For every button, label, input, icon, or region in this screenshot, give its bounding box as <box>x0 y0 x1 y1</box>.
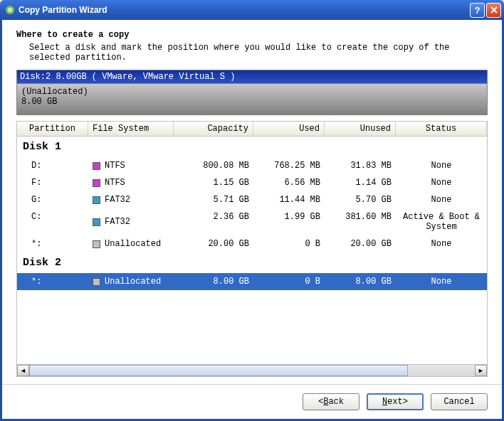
fs-swatch-icon <box>93 218 100 226</box>
col-capacity[interactable]: Capacity <box>174 122 253 136</box>
cell-used: 768.25 MB <box>253 161 325 171</box>
fs-swatch-icon <box>93 196 100 204</box>
cell-status: None <box>396 277 487 287</box>
table-row[interactable]: C:FAT322.36 GB1.99 GB381.60 MBActive & B… <box>17 208 487 235</box>
col-used[interactable]: Used <box>253 122 325 136</box>
cell-unused: 31.83 MB <box>325 161 396 171</box>
disk-graphic-size: 8.00 GB <box>21 97 483 107</box>
cell-unused: 381.60 MB <box>325 212 396 232</box>
table-row[interactable]: D:NTFS800.08 MB768.25 MB31.83 MBNone <box>17 157 487 174</box>
disk-graphic-label: (Unallocated) <box>21 87 483 97</box>
table-row[interactable]: *:Unallocated8.00 GB0 B8.00 GBNone <box>17 273 487 290</box>
cell-used: 0 B <box>253 277 325 287</box>
scroll-track[interactable] <box>29 365 475 376</box>
cell-used: 11.44 MB <box>253 195 325 205</box>
cell-capacity: 8.00 GB <box>174 277 253 287</box>
cell-capacity: 1.15 GB <box>174 178 253 188</box>
cell-filesystem: NTFS <box>88 178 174 188</box>
cell-capacity: 20.00 GB <box>174 239 253 249</box>
fs-swatch-icon <box>93 278 100 286</box>
window-title: Copy Partition Wizard <box>19 5 468 15</box>
cell-unused: 5.70 GB <box>325 195 396 205</box>
cell-capacity: 5.71 GB <box>174 195 253 205</box>
cell-status: None <box>396 178 487 188</box>
cell-partition: D: <box>17 161 88 171</box>
cell-unused: 1.14 GB <box>325 178 396 188</box>
window-body: Where to create a copy Select a disk and… <box>0 20 504 421</box>
fs-swatch-icon <box>93 240 100 248</box>
cell-partition: F: <box>17 178 88 188</box>
fs-swatch-icon <box>93 179 100 187</box>
next-button[interactable]: Next > <box>367 393 424 410</box>
page-subtitle: Select a disk and mark the position wher… <box>16 43 488 63</box>
close-icon <box>490 6 498 14</box>
cell-used: 1.99 GB <box>253 212 325 232</box>
horizontal-scrollbar[interactable]: ◄ ► <box>17 364 487 376</box>
table-row[interactable]: G:FAT325.71 GB11.44 MB5.70 GBNone <box>17 191 487 208</box>
cell-filesystem: FAT32 <box>88 195 174 205</box>
col-status[interactable]: Status <box>396 122 487 136</box>
disk-graphic[interactable]: (Unallocated) 8.00 GB <box>16 84 488 115</box>
wizard-header: Where to create a copy Select a disk and… <box>2 20 502 70</box>
table-row[interactable]: *:Unallocated20.00 GB0 B20.00 GBNone <box>17 235 487 252</box>
cell-filesystem: Unallocated <box>88 239 174 249</box>
cell-filesystem: FAT32 <box>88 212 174 232</box>
cell-used: 0 B <box>253 239 325 249</box>
close-button[interactable] <box>486 3 501 18</box>
cell-unused: 8.00 GB <box>325 277 396 287</box>
app-icon <box>4 4 16 16</box>
cell-filesystem: Unallocated <box>88 277 174 287</box>
cell-status: None <box>396 195 487 205</box>
back-button[interactable]: < Back <box>303 393 359 410</box>
titlebar: Copy Partition Wizard ? <box>0 0 504 20</box>
cell-status: None <box>396 161 487 171</box>
cell-partition: G: <box>17 195 88 205</box>
help-button[interactable]: ? <box>470 3 485 18</box>
page-title: Where to create a copy <box>16 30 488 40</box>
scroll-thumb[interactable] <box>29 365 408 376</box>
disk-group-header: Disk 1 <box>17 137 487 157</box>
cell-unused: 20.00 GB <box>325 239 396 249</box>
col-unused[interactable]: Unused <box>325 122 396 136</box>
cell-capacity: 2.36 GB <box>174 212 253 232</box>
cell-filesystem: NTFS <box>88 161 174 171</box>
disk-group-header: Disk 2 <box>17 252 487 273</box>
scroll-left-icon[interactable]: ◄ <box>17 365 29 376</box>
cell-capacity: 800.08 MB <box>174 161 253 171</box>
cell-partition: *: <box>17 277 88 287</box>
table-row[interactable]: F:NTFS1.15 GB6.56 MB1.14 GBNone <box>17 174 487 191</box>
cell-partition: *: <box>17 239 88 249</box>
col-partition[interactable]: Partition <box>17 122 88 136</box>
cell-status: None <box>396 239 487 249</box>
col-filesystem[interactable]: File System <box>88 122 174 136</box>
cancel-button[interactable]: Cancel <box>431 393 488 410</box>
partition-table: Partition File System Capacity Used Unus… <box>16 121 488 377</box>
content-area: Disk:2 8.00GB ( VMware, VMware Virtual S… <box>16 70 488 377</box>
cell-used: 6.56 MB <box>253 178 325 188</box>
table-body: Disk 1D:NTFS800.08 MB768.25 MB31.83 MBNo… <box>17 137 487 364</box>
fs-swatch-icon <box>93 162 100 170</box>
scroll-right-icon[interactable]: ► <box>475 365 487 376</box>
svg-rect-1 <box>8 8 12 12</box>
table-header: Partition File System Capacity Used Unus… <box>17 122 487 137</box>
button-bar: < Back Next > Cancel <box>2 384 502 419</box>
cell-status: Active & Boot & System <box>396 212 487 232</box>
disk-banner: Disk:2 8.00GB ( VMware, VMware Virtual S… <box>16 70 488 84</box>
cell-partition: C: <box>17 212 88 232</box>
